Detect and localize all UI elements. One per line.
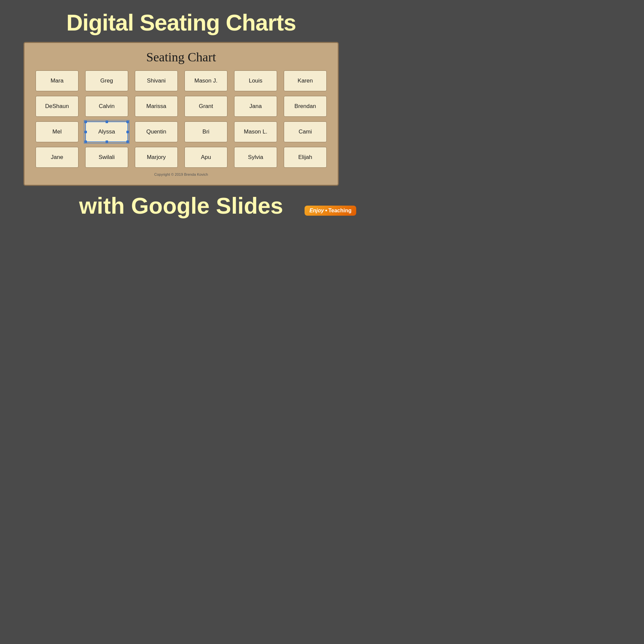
- handle-ml: [85, 131, 87, 133]
- seat-bri[interactable]: Bri: [184, 121, 227, 142]
- seat-grant[interactable]: Grant: [184, 96, 227, 117]
- brand-badge: Enjoy Teaching: [305, 206, 356, 216]
- handle-tl: [85, 121, 87, 123]
- brand-teaching: Teaching: [328, 208, 352, 214]
- seat-sylvia[interactable]: Sylvia: [234, 147, 277, 168]
- handle-bl: [85, 141, 87, 143]
- brand-enjoy: Enjoy: [309, 208, 324, 214]
- seat-mason-j[interactable]: Mason J.: [184, 70, 227, 91]
- seat-marjory[interactable]: Marjory: [135, 147, 178, 168]
- handle-br: [126, 141, 129, 143]
- seat-greg[interactable]: Greg: [85, 70, 128, 91]
- seat-jana[interactable]: Jana: [234, 96, 277, 117]
- handle-tm: [106, 121, 108, 123]
- handle-tr: [126, 121, 129, 123]
- seat-mara[interactable]: Mara: [36, 70, 78, 91]
- seat-brendan[interactable]: Brendan: [284, 96, 327, 117]
- seat-quentin[interactable]: Quentin: [135, 121, 178, 142]
- copyright-text: Copyright © 2019 Brenda Kovich: [35, 172, 328, 176]
- seat-swilali[interactable]: Swilali: [85, 147, 128, 168]
- handle-bm: [106, 141, 108, 143]
- seat-jane[interactable]: Jane: [36, 147, 78, 168]
- seat-mason-l[interactable]: Mason L.: [234, 121, 277, 142]
- chart-title: Seating Chart: [35, 50, 328, 64]
- seat-row-3: Mel Alyssa Quentin Bri Mason L. Cami: [35, 121, 328, 142]
- seat-row-2: DeShaun Calvin Marissa Grant Jana Brenda…: [35, 96, 328, 117]
- seat-row-4: Jane Swilali Marjory Apu Sylvia Elijah: [35, 147, 328, 168]
- seat-cami[interactable]: Cami: [284, 121, 327, 142]
- seats-grid: Mara Greg Shivani Mason J. Louis Karen D…: [35, 70, 328, 168]
- seat-karen[interactable]: Karen: [284, 70, 327, 91]
- seat-shivani[interactable]: Shivani: [135, 70, 178, 91]
- seat-calvin[interactable]: Calvin: [85, 96, 128, 117]
- page-bottom-title: with Google Slides: [0, 186, 362, 222]
- brand-dot: [325, 210, 327, 211]
- seating-chart-container: Seating Chart Mara Greg Shivani Mason J.…: [23, 42, 339, 186]
- seat-louis[interactable]: Louis: [234, 70, 277, 91]
- seat-mel[interactable]: Mel: [36, 121, 78, 142]
- seat-apu[interactable]: Apu: [184, 147, 227, 168]
- seat-elijah[interactable]: Elijah: [284, 147, 327, 168]
- handle-mr: [126, 131, 129, 133]
- seat-marissa[interactable]: Marissa: [135, 96, 178, 117]
- page-top-title: Digital Seating Charts: [0, 0, 362, 42]
- seat-deshaun[interactable]: DeShaun: [36, 96, 78, 117]
- seat-alyssa[interactable]: Alyssa: [85, 121, 128, 142]
- seat-row-1: Mara Greg Shivani Mason J. Louis Karen: [35, 70, 328, 91]
